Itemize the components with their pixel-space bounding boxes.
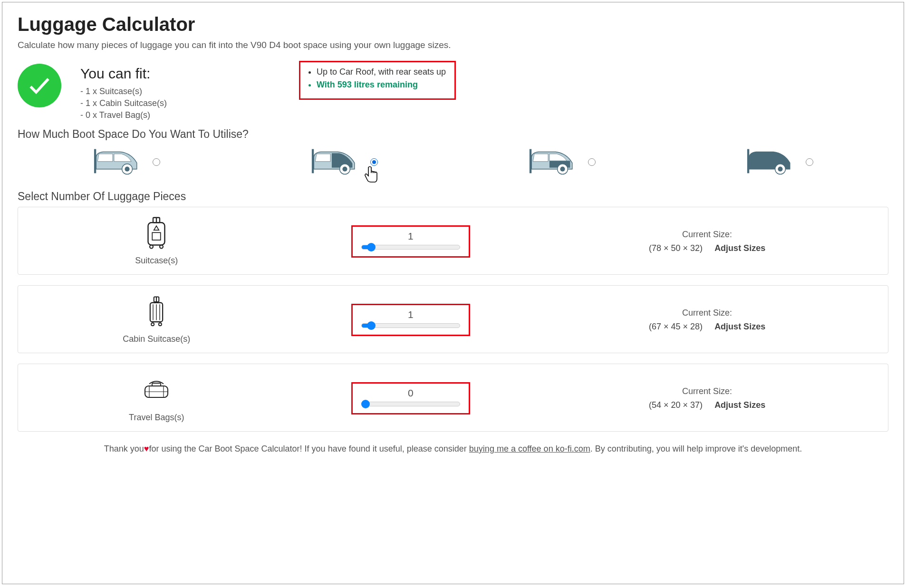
fit-item: - 1 x Suitcase(s) (80, 87, 242, 96)
slider-value: 0 (361, 387, 460, 399)
size-dimensions: (67 × 45 × 28) (649, 322, 703, 331)
adjust-sizes-button[interactable]: Adjust Sizes (714, 322, 765, 331)
fit-note-config: Up to Car Roof, with rear seats up (317, 67, 446, 77)
success-check-icon (18, 64, 61, 107)
luggage-card-suitcase: Suitcase(s) 1 Current Size: (78 × 50 × 3… (18, 207, 888, 275)
size-dimensions: (54 × 20 × 37) (649, 400, 703, 410)
cabin-suitcase-icon (29, 295, 284, 330)
svg-marker-15 (154, 226, 159, 230)
car-icon (528, 145, 583, 180)
svg-point-25 (151, 323, 154, 326)
luggage-name: Suitcase(s) (29, 256, 284, 266)
car-icon (310, 145, 366, 180)
fit-heading: You can fit: (80, 66, 242, 82)
luggage-name: Cabin Suitcase(s) (29, 334, 284, 344)
radio-unselected-icon (588, 158, 596, 166)
svg-rect-16 (153, 232, 161, 240)
luggage-pieces-heading: Select Number Of Luggage Pieces (18, 190, 888, 203)
svg-point-11 (778, 167, 782, 172)
boot-options-group (18, 145, 888, 180)
car-icon (746, 145, 801, 180)
svg-point-5 (342, 167, 347, 172)
suitcase-icon (29, 217, 284, 252)
svg-point-26 (159, 323, 162, 326)
slider-highlight: 1 (351, 225, 470, 258)
car-icon (93, 145, 148, 180)
boot-space-heading: How Much Boot Space Do You Want To Utili… (18, 128, 888, 141)
adjust-sizes-button[interactable]: Adjust Sizes (714, 243, 765, 253)
travel-bag-icon (29, 374, 284, 409)
luggage-card-travel-bag: Travel Bags(s) 0 Current Size: (54 × 20 … (18, 364, 888, 432)
boot-option-4[interactable] (746, 145, 813, 180)
luggage-name: Travel Bags(s) (29, 413, 284, 423)
svg-point-2 (125, 167, 129, 172)
current-size-label: Current Size: (538, 230, 877, 240)
heart-icon: ♥ (144, 444, 149, 453)
fit-notes-highlight: Up to Car Roof, with rear seats up With … (299, 61, 456, 100)
luggage-card-cabin-suitcase: Cabin Suitcase(s) 1 Current Size: (67 × … (18, 285, 888, 353)
fit-note-remaining: With 593 litres remaining (317, 80, 446, 90)
adjust-sizes-button[interactable]: Adjust Sizes (714, 400, 765, 410)
slider-highlight: 1 (351, 304, 470, 336)
slider-thumb-icon[interactable] (361, 400, 370, 408)
kofi-link[interactable]: buying me a coffee on ko-fi.com (469, 444, 590, 453)
page-subtitle: Calculate how many pieces of luggage you… (18, 40, 888, 50)
fit-summary: You can fit: - 1 x Suitcase(s) - 1 x Cab… (18, 64, 888, 122)
svg-point-17 (150, 245, 153, 249)
quantity-slider[interactable] (361, 245, 460, 250)
current-size-label: Current Size: (538, 386, 877, 396)
footer-thanks: Thank you♥for using the Car Boot Space C… (18, 442, 888, 456)
boot-option-3[interactable] (528, 145, 596, 180)
radio-unselected-icon (153, 158, 160, 166)
slider-value: 1 (361, 231, 460, 242)
quantity-slider[interactable] (361, 402, 460, 406)
fit-item: - 0 x Travel Bag(s) (80, 110, 242, 120)
slider-value: 1 (361, 309, 460, 320)
page-title: Luggage Calculator (18, 14, 888, 35)
boot-option-2[interactable] (310, 145, 378, 180)
current-size-label: Current Size: (538, 308, 877, 318)
slider-highlight: 0 (351, 382, 470, 414)
fit-item: - 1 x Cabin Suitcase(s) (80, 98, 242, 108)
radio-unselected-icon (806, 158, 813, 166)
size-dimensions: (78 × 50 × 32) (649, 243, 703, 253)
boot-option-1[interactable] (93, 145, 160, 180)
slider-thumb-icon[interactable] (367, 243, 376, 251)
svg-point-18 (160, 245, 163, 249)
svg-point-8 (560, 167, 565, 172)
slider-thumb-icon[interactable] (367, 321, 376, 330)
quantity-slider[interactable] (361, 323, 460, 328)
radio-selected-icon (370, 158, 378, 166)
